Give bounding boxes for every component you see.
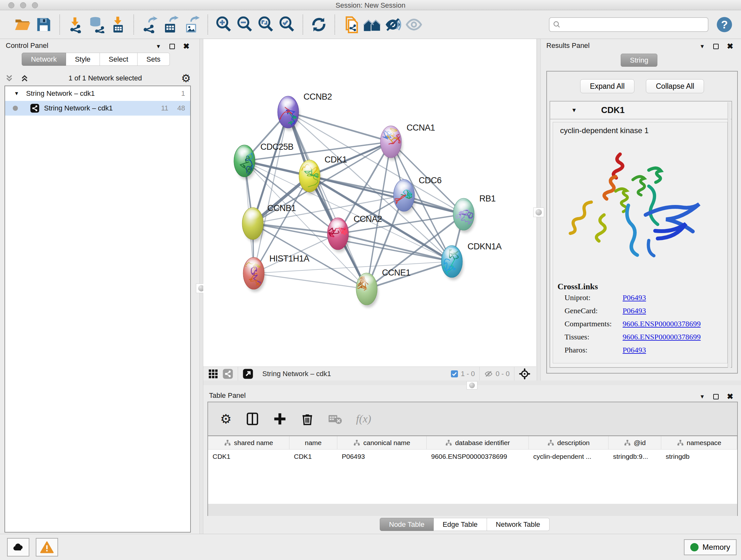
network-node[interactable] (453, 198, 475, 233)
warning-status-button[interactable] (36, 538, 58, 557)
horizontal-splitter-handle[interactable] (467, 381, 477, 389)
network-node[interactable] (327, 218, 349, 252)
help-button[interactable]: ? (716, 16, 733, 33)
warning-icon (40, 541, 54, 554)
import-table-button[interactable] (107, 14, 128, 35)
results-panel-float-button[interactable]: ▼ (699, 44, 705, 49)
column-header--id[interactable]: @id (609, 436, 661, 449)
node-label: HIST1H1A (269, 254, 310, 263)
search-icon (553, 20, 561, 29)
collection-expand-icon[interactable]: ▼ (14, 91, 19, 97)
selected-counts: 1 - 0 (451, 370, 475, 378)
show-all-button[interactable] (403, 14, 424, 35)
collapse-all-button[interactable]: Collapse All (646, 79, 704, 93)
crosslink-link[interactable]: 9606.ENSP00000378699 (623, 320, 701, 328)
table-panel-maximize-button[interactable] (713, 394, 719, 399)
node-section-header[interactable]: ▼ CDK1 (550, 102, 731, 119)
expand-all-button[interactable]: Expand All (580, 79, 635, 93)
save-session-button[interactable] (33, 14, 54, 35)
export-network-button[interactable] (139, 14, 160, 35)
expand-all-icon[interactable] (20, 73, 29, 83)
tab-sets[interactable]: Sets (138, 53, 170, 66)
cloud-status-button[interactable] (7, 538, 29, 557)
network-node[interactable] (441, 246, 463, 280)
collapse-all-icon[interactable] (4, 73, 14, 83)
network-view-footer: String Network – cdk1 1 - 0 0 - 0 (203, 367, 536, 381)
section-collapse-icon[interactable]: ▼ (571, 107, 577, 114)
table-row[interactable]: CDK1CDK1P064939606.ENSP00000378699cyclin… (208, 449, 737, 463)
zoom-fit-button[interactable] (255, 14, 276, 35)
control-panel-close-button[interactable]: ✖ (183, 43, 190, 50)
results-panel-maximize-button[interactable] (713, 44, 719, 49)
duplicate-network-button[interactable] (340, 14, 361, 35)
search-box (549, 17, 709, 32)
network-node[interactable] (356, 273, 378, 307)
results-panel-close-button[interactable]: ✖ (727, 43, 733, 50)
results-scrollbar[interactable] (728, 102, 731, 368)
zoom-out-button[interactable] (234, 14, 255, 35)
column-network-icon (547, 439, 554, 446)
network-node[interactable] (242, 207, 264, 242)
network-overview-button[interactable] (222, 368, 233, 379)
memory-button[interactable]: Memory (684, 539, 737, 555)
first-neighbors-button[interactable] (361, 14, 382, 35)
column-header-name[interactable]: name (289, 436, 337, 449)
table-panel-close-button[interactable]: ✖ (727, 393, 733, 400)
fit-content-button[interactable] (519, 368, 530, 380)
refresh-button[interactable] (308, 14, 329, 35)
birds-eye-grid-button[interactable] (208, 369, 218, 379)
zoom-selected-button[interactable] (276, 14, 297, 35)
delete-column-icon[interactable] (300, 412, 314, 426)
import-network-button[interactable] (65, 14, 86, 35)
function-builder-icon[interactable]: f(x) (356, 413, 371, 425)
crosslink-link[interactable]: P06493 (623, 346, 646, 354)
tab-edge-table[interactable]: Edge Table (434, 518, 487, 531)
column-header-namespace[interactable]: namespace (661, 436, 737, 449)
control-panel-float-button[interactable]: ▼ (156, 44, 161, 49)
add-column-icon[interactable] (273, 412, 286, 426)
column-network-icon (353, 439, 360, 446)
search-input[interactable] (561, 18, 704, 31)
export-image-button[interactable] (181, 14, 202, 35)
network-canvas[interactable]: CCNB2CCNA1CDC25BCDK1CDC6RB1CCNB1CCNA2CDK… (203, 39, 536, 367)
tab-node-table[interactable]: Node Table (380, 518, 434, 531)
export-table-button[interactable] (160, 14, 181, 35)
table-options-gear-icon[interactable]: ⚙ (220, 413, 232, 425)
right-splitter-handle[interactable] (533, 207, 544, 217)
network-view[interactable]: CCNB2CCNA1CDC25BCDK1CDC6RB1CCNB1CCNA2CDK… (203, 39, 536, 367)
hide-selected-button[interactable] (382, 14, 403, 35)
tab-string[interactable]: String (621, 54, 657, 67)
crosslink-link[interactable]: 9606.ENSP00000378699 (623, 333, 701, 341)
table-panel-float-button[interactable]: ▼ (699, 394, 705, 399)
crosslink-link[interactable]: P06493 (623, 294, 646, 302)
network-collection-row[interactable]: ▼ String Network – cdk1 1 (5, 86, 190, 101)
column-header-canonical-name[interactable]: canonical name (337, 436, 427, 449)
delete-table-icon[interactable] (328, 412, 342, 426)
column-header-description[interactable]: description (529, 436, 609, 449)
network-node[interactable] (278, 96, 300, 131)
control-panel-maximize-button[interactable] (170, 44, 175, 49)
tab-network-table[interactable]: Network Table (487, 518, 549, 531)
open-session-button[interactable] (12, 14, 33, 35)
show-columns-icon[interactable] (246, 412, 259, 426)
detach-view-button[interactable] (243, 368, 253, 379)
column-network-icon (677, 439, 684, 446)
selected-checkbox-icon[interactable] (451, 370, 458, 378)
network-row[interactable]: String Network – cdk1 11 48 (5, 101, 190, 116)
toolbar-separator (334, 15, 335, 35)
tab-network[interactable]: Network (22, 53, 66, 66)
network-node[interactable] (234, 145, 256, 179)
zoom-in-button[interactable] (213, 14, 234, 35)
table-cell: P06493 (337, 449, 427, 463)
column-header-database-identifier[interactable]: database identifier (427, 436, 529, 449)
crosslink-link[interactable]: P06493 (623, 307, 646, 315)
status-bar: Memory (0, 534, 741, 560)
tab-select[interactable]: Select (100, 53, 138, 66)
network-node[interactable] (243, 257, 265, 292)
network-list-options-gear-icon[interactable]: ⚙ (181, 73, 191, 84)
svg-text:?: ? (721, 18, 728, 30)
tab-style[interactable]: Style (66, 53, 100, 66)
import-network-from-database-button[interactable] (86, 14, 107, 35)
column-header-shared-name[interactable]: shared name (208, 436, 289, 449)
import-table-icon (109, 16, 126, 33)
